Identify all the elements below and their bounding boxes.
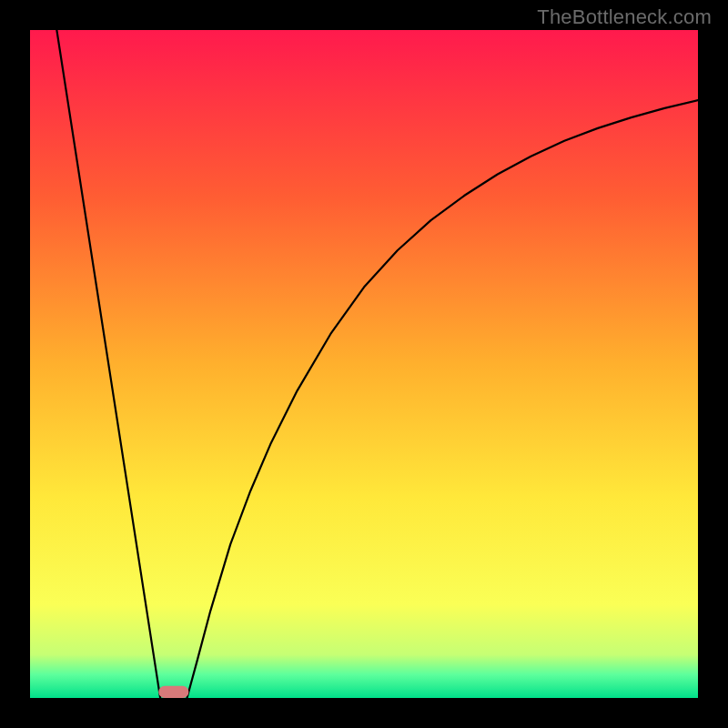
chart-svg — [30, 30, 698, 698]
min-marker — [158, 686, 188, 698]
plot-area — [30, 30, 698, 698]
watermark-text: TheBottleneck.com — [537, 5, 712, 29]
gradient-background — [30, 30, 698, 698]
chart-frame: TheBottleneck.com — [0, 0, 728, 728]
marker-group — [158, 686, 188, 698]
